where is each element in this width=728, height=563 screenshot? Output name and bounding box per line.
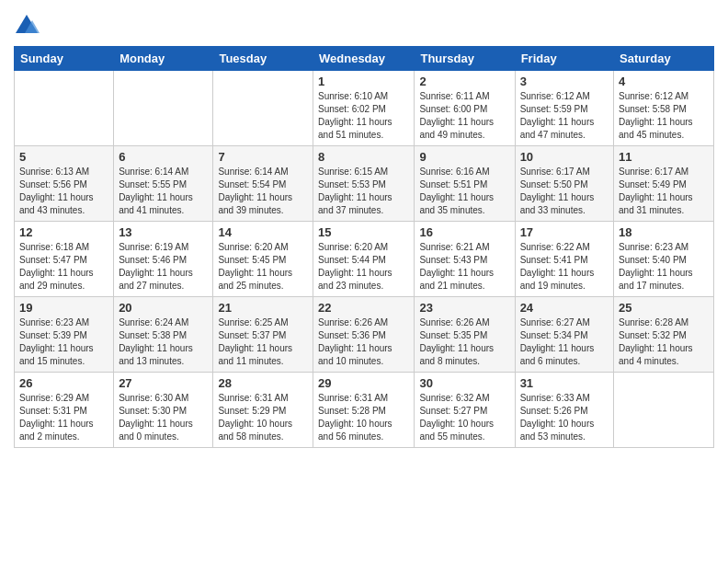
calendar-header-row: SundayMondayTuesdayWednesdayThursdayFrid… [15, 47, 714, 71]
logo [14, 13, 43, 39]
day-number: 30 [419, 376, 509, 390]
day-number: 9 [419, 150, 509, 164]
day-number: 17 [520, 225, 609, 239]
day-header-thursday: Thursday [415, 47, 515, 71]
day-info: Sunrise: 6:18 AM Sunset: 5:47 PM Dayligh… [19, 241, 108, 293]
day-info: Sunrise: 6:26 AM Sunset: 5:36 PM Dayligh… [318, 316, 409, 368]
day-info: Sunrise: 6:26 AM Sunset: 5:35 PM Dayligh… [419, 316, 509, 368]
calendar-cell: 1Sunrise: 6:10 AM Sunset: 6:02 PM Daylig… [313, 71, 415, 146]
day-info: Sunrise: 6:11 AM Sunset: 6:00 PM Dayligh… [419, 90, 509, 142]
calendar-cell: 24Sunrise: 6:27 AM Sunset: 5:34 PM Dayli… [515, 297, 613, 373]
day-number: 5 [19, 150, 108, 164]
day-number: 7 [218, 150, 308, 164]
day-number: 19 [19, 301, 108, 315]
day-number: 12 [19, 225, 108, 239]
calendar-cell: 10Sunrise: 6:17 AM Sunset: 5:50 PM Dayli… [515, 146, 613, 222]
calendar-cell: 23Sunrise: 6:26 AM Sunset: 5:35 PM Dayli… [415, 297, 515, 373]
day-info: Sunrise: 6:22 AM Sunset: 5:41 PM Dayligh… [520, 241, 609, 293]
day-number: 10 [520, 150, 609, 164]
calendar-cell: 15Sunrise: 6:20 AM Sunset: 5:44 PM Dayli… [313, 222, 415, 297]
calendar-cell: 25Sunrise: 6:28 AM Sunset: 5:32 PM Dayli… [614, 297, 714, 373]
day-number: 15 [318, 225, 409, 239]
calendar-cell: 4Sunrise: 6:12 AM Sunset: 5:58 PM Daylig… [614, 71, 714, 146]
day-info: Sunrise: 6:17 AM Sunset: 5:50 PM Dayligh… [520, 166, 609, 217]
calendar-cell [213, 71, 313, 146]
calendar-cell: 9Sunrise: 6:16 AM Sunset: 5:51 PM Daylig… [415, 146, 515, 222]
day-number: 31 [520, 376, 609, 390]
calendar-cell [114, 71, 213, 146]
calendar-cell: 29Sunrise: 6:31 AM Sunset: 5:28 PM Dayli… [313, 373, 415, 448]
day-info: Sunrise: 6:14 AM Sunset: 5:54 PM Dayligh… [218, 166, 308, 217]
calendar-cell [614, 373, 714, 448]
calendar-cell: 21Sunrise: 6:25 AM Sunset: 5:37 PM Dayli… [213, 297, 313, 373]
day-info: Sunrise: 6:20 AM Sunset: 5:44 PM Dayligh… [318, 241, 409, 293]
calendar-week-row: 19Sunrise: 6:23 AM Sunset: 5:39 PM Dayli… [15, 297, 714, 373]
day-info: Sunrise: 6:19 AM Sunset: 5:46 PM Dayligh… [119, 241, 208, 293]
calendar-week-row: 12Sunrise: 6:18 AM Sunset: 5:47 PM Dayli… [15, 222, 714, 297]
day-number: 8 [318, 150, 409, 164]
calendar-cell: 14Sunrise: 6:20 AM Sunset: 5:45 PM Dayli… [213, 222, 313, 297]
day-info: Sunrise: 6:15 AM Sunset: 5:53 PM Dayligh… [318, 166, 409, 217]
day-number: 13 [119, 225, 208, 239]
day-number: 28 [218, 376, 308, 390]
calendar-cell: 8Sunrise: 6:15 AM Sunset: 5:53 PM Daylig… [313, 146, 415, 222]
day-info: Sunrise: 6:10 AM Sunset: 6:02 PM Dayligh… [318, 90, 409, 142]
day-number: 3 [520, 75, 609, 88]
calendar-week-row: 26Sunrise: 6:29 AM Sunset: 5:31 PM Dayli… [15, 373, 714, 448]
calendar-cell [15, 71, 114, 146]
day-info: Sunrise: 6:14 AM Sunset: 5:55 PM Dayligh… [119, 166, 208, 217]
day-number: 14 [218, 225, 308, 239]
day-info: Sunrise: 6:27 AM Sunset: 5:34 PM Dayligh… [520, 316, 609, 368]
logo-icon [14, 13, 40, 39]
calendar-week-row: 5Sunrise: 6:13 AM Sunset: 5:56 PM Daylig… [15, 146, 714, 222]
calendar-cell: 5Sunrise: 6:13 AM Sunset: 5:56 PM Daylig… [15, 146, 114, 222]
day-header-wednesday: Wednesday [313, 47, 415, 71]
calendar-cell: 22Sunrise: 6:26 AM Sunset: 5:36 PM Dayli… [313, 297, 415, 373]
calendar-cell: 3Sunrise: 6:12 AM Sunset: 5:59 PM Daylig… [515, 71, 613, 146]
day-header-sunday: Sunday [15, 47, 114, 71]
day-number: 25 [619, 301, 709, 315]
day-info: Sunrise: 6:23 AM Sunset: 5:39 PM Dayligh… [19, 316, 108, 368]
day-info: Sunrise: 6:17 AM Sunset: 5:49 PM Dayligh… [619, 166, 709, 217]
day-number: 18 [619, 225, 709, 239]
day-header-saturday: Saturday [614, 47, 714, 71]
day-number: 11 [619, 150, 709, 164]
day-info: Sunrise: 6:32 AM Sunset: 5:27 PM Dayligh… [419, 392, 509, 443]
day-info: Sunrise: 6:13 AM Sunset: 5:56 PM Dayligh… [19, 166, 108, 217]
calendar-cell: 26Sunrise: 6:29 AM Sunset: 5:31 PM Dayli… [15, 373, 114, 448]
calendar-cell: 16Sunrise: 6:21 AM Sunset: 5:43 PM Dayli… [415, 222, 515, 297]
day-number: 21 [218, 301, 308, 315]
day-number: 22 [318, 301, 409, 315]
calendar-cell: 17Sunrise: 6:22 AM Sunset: 5:41 PM Dayli… [515, 222, 613, 297]
day-number: 29 [318, 376, 409, 390]
day-info: Sunrise: 6:31 AM Sunset: 5:29 PM Dayligh… [218, 392, 308, 443]
day-info: Sunrise: 6:23 AM Sunset: 5:40 PM Dayligh… [619, 241, 709, 293]
day-header-monday: Monday [114, 47, 213, 71]
day-header-friday: Friday [515, 47, 613, 71]
day-number: 23 [419, 301, 509, 315]
calendar-cell: 19Sunrise: 6:23 AM Sunset: 5:39 PM Dayli… [15, 297, 114, 373]
day-number: 16 [419, 225, 509, 239]
header [14, 9, 714, 39]
calendar-cell: 6Sunrise: 6:14 AM Sunset: 5:55 PM Daylig… [114, 146, 213, 222]
calendar-week-row: 1Sunrise: 6:10 AM Sunset: 6:02 PM Daylig… [15, 71, 714, 146]
day-header-tuesday: Tuesday [213, 47, 313, 71]
calendar-table: SundayMondayTuesdayWednesdayThursdayFrid… [14, 46, 714, 448]
day-number: 27 [119, 376, 208, 390]
day-info: Sunrise: 6:20 AM Sunset: 5:45 PM Dayligh… [218, 241, 308, 293]
day-number: 4 [619, 75, 709, 88]
day-number: 26 [19, 376, 108, 390]
day-info: Sunrise: 6:12 AM Sunset: 5:58 PM Dayligh… [619, 90, 709, 142]
calendar-cell: 7Sunrise: 6:14 AM Sunset: 5:54 PM Daylig… [213, 146, 313, 222]
day-info: Sunrise: 6:24 AM Sunset: 5:38 PM Dayligh… [119, 316, 208, 368]
day-info: Sunrise: 6:33 AM Sunset: 5:26 PM Dayligh… [520, 392, 609, 443]
day-info: Sunrise: 6:21 AM Sunset: 5:43 PM Dayligh… [419, 241, 509, 293]
calendar-cell: 2Sunrise: 6:11 AM Sunset: 6:00 PM Daylig… [415, 71, 515, 146]
page-container: SundayMondayTuesdayWednesdayThursdayFrid… [0, 0, 728, 457]
day-info: Sunrise: 6:12 AM Sunset: 5:59 PM Dayligh… [520, 90, 609, 142]
calendar-cell: 13Sunrise: 6:19 AM Sunset: 5:46 PM Dayli… [114, 222, 213, 297]
calendar-cell: 30Sunrise: 6:32 AM Sunset: 5:27 PM Dayli… [415, 373, 515, 448]
calendar-cell: 18Sunrise: 6:23 AM Sunset: 5:40 PM Dayli… [614, 222, 714, 297]
calendar-cell: 31Sunrise: 6:33 AM Sunset: 5:26 PM Dayli… [515, 373, 613, 448]
day-info: Sunrise: 6:30 AM Sunset: 5:30 PM Dayligh… [119, 392, 208, 443]
